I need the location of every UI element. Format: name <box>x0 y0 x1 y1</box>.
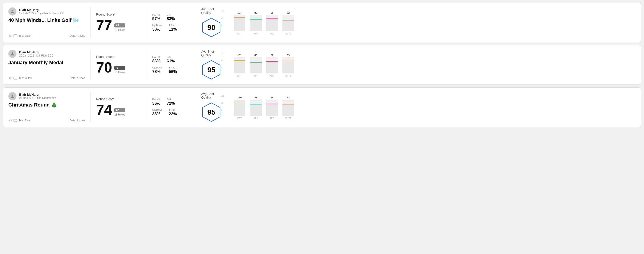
chart-column-app: 87 APP <box>250 96 262 120</box>
chart-value-app: 95 <box>254 11 257 14</box>
y-label-50: 50 <box>220 102 224 104</box>
up-down-label: Up/Down <box>152 109 162 111</box>
hexagon: 95 <box>201 102 222 122</box>
user-row: Blair McHarg 29 Jan 2022 · Mill Ride GCC <box>8 50 85 58</box>
score-number: 70 <box>96 60 112 75</box>
bar-line-arg <box>266 104 278 104</box>
svg-point-24 <box>12 95 13 96</box>
stat-up-down: Up/Down 33% <box>152 24 162 32</box>
gir-value: 72% <box>167 101 175 106</box>
chart-column-putt: 82 PUTT <box>282 11 294 35</box>
chart-area: 107 OTT 95 <box>234 10 294 35</box>
chart-value-putt: 82 <box>287 11 290 14</box>
up-down-value: 78% <box>152 69 162 74</box>
chart-column-arg: 96 ARG <box>266 54 278 77</box>
bar-fill-arg <box>266 104 278 116</box>
score-label: Round Score <box>96 55 141 59</box>
y-label-100: 100 <box>220 10 224 12</box>
card-divider-3 <box>194 50 194 80</box>
chart-value-putt: 93 <box>287 96 290 99</box>
hexagon-score: 95 <box>207 108 216 117</box>
chart-value-app: 87 <box>254 96 257 99</box>
tee-info: Tee: Yellow <box>8 76 32 80</box>
user-info: Blair McHarg 27 Dec 2021 · The Oxfordshi… <box>19 93 56 100</box>
bar-wrapper-putt <box>282 100 294 116</box>
bar-fill-arg <box>266 18 278 31</box>
one-putt-label: 1 Putt <box>169 66 177 69</box>
y-label-100: 100 <box>220 52 224 55</box>
svg-line-33 <box>11 119 11 120</box>
chart-column-app: 86 APP <box>250 54 262 77</box>
chart-value-arg: 98 <box>271 11 274 14</box>
score-holes: 18 Holes <box>114 28 125 31</box>
quality-label: Avg Shot Quality <box>201 92 222 99</box>
up-down-value: 33% <box>152 27 162 32</box>
weather-icon <box>8 76 12 80</box>
chart-axis-putt: PUTT <box>285 75 291 77</box>
bar-chart: 100 50 0 107 OTT <box>227 10 294 35</box>
tee-icon <box>13 77 17 80</box>
fw-hit-label: FW Hit <box>152 13 160 16</box>
svg-point-0 <box>12 10 13 11</box>
avatar <box>8 50 16 58</box>
bar-fill-app <box>250 62 262 73</box>
score-label: Round Score <box>96 13 141 16</box>
bar-line-ott <box>234 60 246 61</box>
stat-one-putt: 1 Putt 22% <box>169 109 177 117</box>
hexagon-container: Avg Shot Quality 95 <box>201 92 222 122</box>
card-divider <box>90 92 91 122</box>
user-info: Blair McHarg 29 Jan 2022 · Mill Ride GCC <box>19 50 54 57</box>
svg-rect-22 <box>14 77 17 80</box>
score-holes: 18 Holes <box>114 113 125 116</box>
y-label-0: 0 <box>220 109 224 111</box>
bar-line-ott <box>234 17 246 18</box>
stats-row-bottom: Up/Down 33% 1 Putt 11% <box>152 24 188 32</box>
gir-label: GIR <box>167 98 175 101</box>
round-title: January Monthly Medal <box>8 60 85 66</box>
bar-wrapper-ott <box>234 15 246 31</box>
svg-line-17 <box>11 79 11 79</box>
bar-chart: 100 50 0 110 OTT <box>227 95 294 120</box>
svg-rect-34 <box>14 119 17 122</box>
bar-wrapper-app <box>250 15 262 31</box>
chart-area: 110 OTT 87 <box>234 95 294 120</box>
quality-label: Avg Shot Quality <box>201 50 222 57</box>
stat-gir: GIR 61% <box>167 56 175 64</box>
chart-value-arg: 95 <box>271 96 274 99</box>
svg-line-28 <box>9 119 9 120</box>
bar-wrapper-arg <box>266 57 278 73</box>
y-label-0: 0 <box>220 66 224 69</box>
bar-wrapper-arg <box>266 100 278 116</box>
score-diff: +2 <box>114 108 125 112</box>
chart-value-ott: 110 <box>238 96 242 99</box>
user-name: Blair McHarg <box>19 50 54 54</box>
bar-line-app <box>250 105 262 105</box>
quality-section: Avg Shot Quality 90 100 50 0 <box>200 7 280 38</box>
chart-axis-ott: OTT <box>237 117 242 120</box>
quality-section: Avg Shot Quality 95 100 50 0 <box>200 92 280 122</box>
bar-line-arg <box>266 18 278 19</box>
score-holes: 18 Holes <box>114 71 125 74</box>
stats-section: FW Hit 57% GIR 83% Up/Down 33% 1 Putt <box>152 7 188 38</box>
svg-point-12 <box>12 52 13 54</box>
score-section: Round Score 74 +2 18 Holes <box>96 92 141 122</box>
score-meta: -2 18 Holes <box>114 66 125 75</box>
bar-line-putt <box>282 20 294 21</box>
svg-line-32 <box>9 121 9 122</box>
chart-axis-arg: ARG <box>270 117 274 120</box>
hexagon-score: 90 <box>207 23 216 32</box>
chart-y-labels: 100 50 0 <box>220 95 224 111</box>
one-putt-value: 11% <box>169 27 177 32</box>
bar-fill-app <box>250 19 262 31</box>
hexagon-container: Avg Shot Quality 95 <box>201 50 222 80</box>
tee-info: Tee: Black <box>8 34 31 38</box>
chart-value-ott: 101 <box>238 54 242 57</box>
y-label-50: 50 <box>220 17 224 19</box>
score-number: 77 <box>96 18 112 32</box>
stat-one-putt: 1 Putt 11% <box>169 24 177 32</box>
round-card: Blair McHarg 29 Jan 2022 · Mill Ride GCC… <box>3 45 641 85</box>
tee-info: Tee: Blue <box>8 119 30 122</box>
chart-axis-putt: PUTT <box>285 32 291 35</box>
quality-label: Avg Shot Quality <box>201 7 222 15</box>
card-footer: Tee: Blue Data: Arccos <box>8 119 85 122</box>
